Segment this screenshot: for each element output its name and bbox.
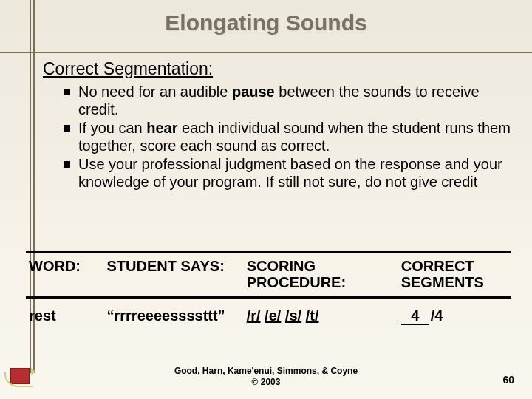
correct-count: 4 [401,307,429,325]
bullet-text-pre: If you can [78,120,146,136]
bullet-text-pre: Use your professional judgment based on … [78,156,502,190]
correct-denom: /4 [431,307,443,324]
title-block: Elongating Sounds [0,0,532,53]
bullet-item: No need for an audible pause between the… [64,83,511,118]
cell-says: “rrrreeeessssttt” [107,303,247,324]
bullet-list: No need for an audible pause between the… [43,83,511,191]
example-table: WORD: STUDENT SAYS: SCORING PROCEDURE: C… [26,251,511,331]
table-row: rest “rrrreeeessssttt” /r/ /e/ /s/ /t/ 4… [26,299,511,331]
cell-word: rest [26,303,107,324]
slide: Elongating Sounds Correct Segmentation: … [0,0,532,399]
segment: /e/ [265,307,281,324]
col-header-scoring: SCORING PROCEDURE: [247,258,401,290]
footer-citation: Good, Harn, Kame'enui, Simmons, & Coyne … [0,366,532,387]
content-area: Correct Segmentation: No need for an aud… [43,59,511,193]
page-number: 60 [502,374,514,386]
bullet-text-bold: hear [146,120,177,136]
segment: /r/ [247,307,261,324]
bullet-item: Use your professional judgment based on … [64,156,511,191]
segment: /s/ [285,307,301,324]
col-header-correct: CORRECT SEGMENTS [401,258,511,290]
footer-line2: © 2003 [0,377,532,387]
col-header-word: WORD: [26,258,107,274]
col-header-says: STUDENT SAYS: [107,258,247,274]
footer-line1: Good, Harn, Kame'enui, Simmons, & Coyne [0,366,532,376]
bullet-text-bold: pause [232,83,275,100]
bullet-text-pre: No need for an audible [78,83,232,100]
cell-scoring: /r/ /e/ /s/ /t/ [247,303,401,324]
subheading: Correct Segmentation: [43,59,511,79]
bullet-item: If you can hear each individual sound wh… [64,120,511,154]
cell-correct: 4/4 [401,303,511,325]
segment: /t/ [306,307,319,324]
table-header-row: WORD: STUDENT SAYS: SCORING PROCEDURE: C… [26,253,511,296]
slide-title: Elongating Sounds [0,10,532,35]
